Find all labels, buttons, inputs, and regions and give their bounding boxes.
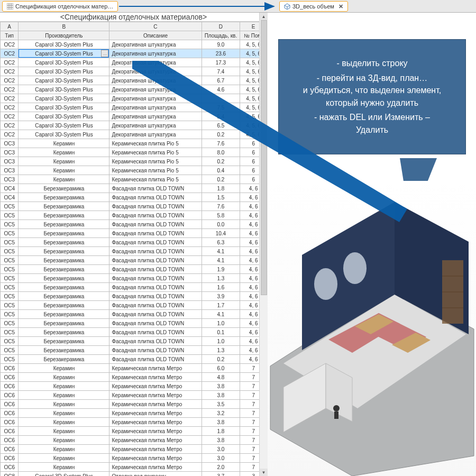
table-row[interactable]: ОС5БерезакерамикаФасадная плитка OLD TOW…	[1, 337, 267, 346]
table-cell[interactable]: Caparol 3D-System Plus	[19, 58, 109, 67]
table-cell[interactable]: ОС4	[1, 184, 19, 193]
table-cell[interactable]: Фасадная плитка OLD TOWN	[109, 319, 202, 328]
table-cell[interactable]: 2.0	[202, 463, 240, 472]
table-cell[interactable]: ОС2	[1, 85, 19, 94]
table-cell[interactable]: 3.2	[202, 409, 240, 418]
table-cell[interactable]: 4.6	[202, 85, 240, 94]
table-cell[interactable]: Керамин	[19, 175, 109, 184]
table-cell[interactable]: Caparol 3D-System Plus	[19, 94, 109, 103]
3d-viewport[interactable]	[268, 181, 476, 476]
table-cell[interactable]: 1.6	[202, 283, 240, 292]
table-cell[interactable]: 3.7	[202, 472, 240, 477]
table-cell[interactable]: Керамин	[19, 148, 109, 157]
table-cell[interactable]: Керамическая плитка Метро	[109, 418, 202, 427]
table-cell[interactable]: Керамин	[19, 400, 109, 409]
table-row[interactable]: ОС6КераминКерамическая плитка Метро3.57	[1, 400, 267, 409]
table-cell[interactable]: Caparol 3D-System Plus	[19, 76, 109, 85]
table-row[interactable]: ОС5БерезакерамикаФасадная плитка OLD TOW…	[1, 202, 267, 211]
table-cell[interactable]: ОС2	[1, 58, 19, 67]
table-cell[interactable]: Декоративная штукатурка	[109, 121, 202, 130]
table-row[interactable]: ОС4БерезакерамикаФасадная плитка OLD TOW…	[1, 184, 267, 193]
table-cell[interactable]: 10.4	[202, 229, 240, 238]
table-cell[interactable]: ОС6	[1, 445, 19, 454]
table-cell[interactable]: ОС5	[1, 301, 19, 310]
table-cell[interactable]: ОС8	[1, 472, 19, 477]
table-cell[interactable]: 1.3	[202, 346, 240, 355]
table-cell[interactable]: Керамическая плитка Pio 5	[109, 139, 202, 148]
table-cell[interactable]: 3.0	[202, 445, 240, 454]
table-cell[interactable]: ОС3	[1, 166, 19, 175]
table-cell[interactable]: 0.2	[202, 175, 240, 184]
table-cell[interactable]: Caparol 3D-System Plus	[19, 121, 109, 130]
table-cell[interactable]: 0.4	[202, 166, 240, 175]
table-row[interactable]: ОС5БерезакерамикаФасадная плитка OLD TOW…	[1, 220, 267, 229]
table-row[interactable]: ОС5БерезакерамикаФасадная плитка OLD TOW…	[1, 310, 267, 319]
table-cell[interactable]: Керамическая плитка Метро	[109, 463, 202, 472]
cell-dropdown-button[interactable]: …	[101, 50, 108, 57]
table-cell[interactable]: ОС5	[1, 274, 19, 283]
table-cell[interactable]: ОС3	[1, 139, 19, 148]
table-cell[interactable]: Керамин	[19, 157, 109, 166]
table-cell[interactable]: 17.3	[202, 58, 240, 67]
table-cell[interactable]: Керамическая плитка Pio 5	[109, 175, 202, 184]
table-cell[interactable]: 4.1	[202, 256, 240, 265]
table-cell[interactable]: 1.5	[202, 193, 240, 202]
table-cell[interactable]: ОС6	[1, 454, 19, 463]
table-cell[interactable]: Березакерамика	[19, 301, 109, 310]
table-cell[interactable]: Фасадная плитка OLD TOWN	[109, 202, 202, 211]
table-cell[interactable]: 1.0	[202, 319, 240, 328]
table-cell[interactable]: Керамин	[19, 391, 109, 400]
table-cell[interactable]: ОС5	[1, 310, 19, 319]
vertical-scrollbar[interactable]: ▲ ▼	[259, 13, 268, 476]
table-row[interactable]: ОС3КераминКерамическая плитка Pio 57.66	[1, 139, 267, 148]
col-letter[interactable]: A	[1, 22, 19, 31]
table-cell[interactable]: Декоративная штукатурка	[109, 40, 202, 49]
table-row[interactable]: ОС2Caparol 3D-System Plus…Декоративная ш…	[1, 49, 267, 58]
table-cell[interactable]: ОС6	[1, 418, 19, 427]
table-row[interactable]: ОС2Caparol 3D-System PlusДекоративная шт…	[1, 94, 267, 103]
table-cell[interactable]: Керамин	[19, 436, 109, 445]
tab-schedule[interactable]: Спецификация отделочных матер…	[2, 1, 118, 12]
table-cell[interactable]: ОС5	[1, 202, 19, 211]
table-cell[interactable]: 6.5	[202, 121, 240, 130]
table-row[interactable]: ОС4БерезакерамикаФасадная плитка OLD TOW…	[1, 193, 267, 202]
table-row[interactable]: ОС5БерезакерамикаФасадная плитка OLD TOW…	[1, 229, 267, 238]
table-cell[interactable]: Керамическая плитка Метро	[109, 445, 202, 454]
table-cell[interactable]: ОС6	[1, 427, 19, 436]
table-row[interactable]: ОС2Caparol 3D-System PlusДекоративная шт…	[1, 76, 267, 85]
table-cell[interactable]: ОС6	[1, 364, 19, 373]
table-cell[interactable]: ОС2	[1, 49, 19, 58]
table-cell[interactable]: ОС2	[1, 112, 19, 121]
table-cell[interactable]: Декоративная штукатурка	[109, 58, 202, 67]
table-row[interactable]: ОС2Caparol 3D-System PlusДекоративная шт…	[1, 130, 267, 139]
table-cell[interactable]: 4.1	[202, 247, 240, 256]
table-cell[interactable]: Caparol 3D-System Plus	[19, 112, 109, 121]
table-cell[interactable]: Декоративная штукатурка	[109, 85, 202, 94]
table-cell[interactable]: 6.0	[202, 364, 240, 373]
col-letter[interactable]: C	[109, 22, 202, 31]
table-row[interactable]: ОС3КераминКерамическая плитка Pio 50.26	[1, 175, 267, 184]
table-cell[interactable]: Керамическая плитка Pio 5	[109, 157, 202, 166]
table-cell[interactable]: 7.4	[202, 67, 240, 76]
table-cell[interactable]	[202, 94, 240, 103]
table-cell[interactable]: Фасадная плитка OLD TOWN	[109, 256, 202, 265]
table-cell[interactable]: 9.0	[202, 40, 240, 49]
table-cell[interactable]: ОС5	[1, 319, 19, 328]
table-cell[interactable]: Керамическая плитка Метро	[109, 382, 202, 391]
table-cell[interactable]: Керамическая плитка Метро	[109, 427, 202, 436]
table-row[interactable]: ОС6КераминКерамическая плитка Метро3.07	[1, 445, 267, 454]
table-row[interactable]: ОС5БерезакерамикаФасадная плитка OLD TOW…	[1, 265, 267, 274]
table-cell[interactable]: Березакерамика	[19, 283, 109, 292]
table-cell[interactable]: Керамин	[19, 445, 109, 454]
table-cell[interactable]: 0.1	[202, 328, 240, 337]
table-cell[interactable]: ОС2	[1, 76, 19, 85]
table-cell[interactable]: Декоративная штукатурка	[109, 76, 202, 85]
table-cell[interactable]: 5.8	[202, 211, 240, 220]
scroll-down-icon[interactable]: ▼	[260, 469, 268, 476]
col-header[interactable]: Тип	[1, 31, 19, 40]
table-cell[interactable]: Декоративная штукатурка	[109, 67, 202, 76]
table-row[interactable]: ОС6КераминКерамическая плитка Метро3.87	[1, 418, 267, 427]
table-cell[interactable]: ОС6	[1, 400, 19, 409]
table-cell[interactable]: ОС2	[1, 121, 19, 130]
tab-3d-view[interactable]: 3D_весь объем ✕	[279, 1, 348, 12]
